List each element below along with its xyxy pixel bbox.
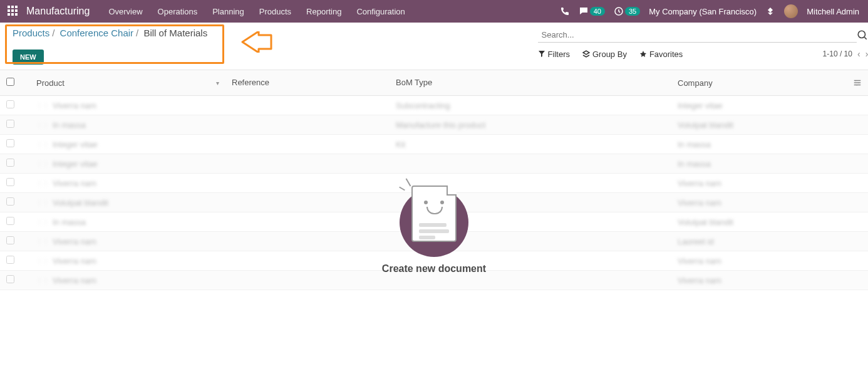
nav-configuration[interactable]: Configuration <box>349 7 412 16</box>
drag-icon[interactable]: ⋮⋮ <box>36 219 49 226</box>
pager-prev[interactable]: ‹ <box>857 49 860 59</box>
cell-company: Viverra nam <box>671 176 868 191</box>
nav-products[interactable]: Products <box>252 7 299 16</box>
table-row[interactable]: ⋮⋮Integer vitae In massa <box>0 154 868 174</box>
drag-icon[interactable]: ⋮⋮ <box>36 141 49 148</box>
cell-reference <box>225 142 390 147</box>
debug-icon[interactable] <box>765 6 775 16</box>
header-reference[interactable]: Reference <box>225 70 390 95</box>
table-row[interactable]: ⋮⋮Viverra nam Subcontracting Integer vit… <box>0 96 868 115</box>
clock-icon <box>614 6 624 16</box>
chat-icon <box>579 6 589 16</box>
nav-overview[interactable]: Overview <box>101 7 150 16</box>
chat-badge: 40 <box>590 7 605 16</box>
activities-button[interactable]: 35 <box>614 6 640 16</box>
new-button[interactable]: NEW <box>13 50 44 65</box>
download-icon <box>51 51 60 60</box>
cell-bom-type: Kit <box>390 137 671 152</box>
cell-company: Volutpat blandit <box>671 215 868 229</box>
table-row[interactable]: ⋮⋮Integer vitae Kit In massa <box>0 135 868 154</box>
apps-icon[interactable] <box>8 6 19 17</box>
cell-bom-type <box>390 278 671 283</box>
favorites-label: Favorites <box>649 50 683 59</box>
drag-icon[interactable]: ⋮⋮ <box>36 122 49 128</box>
drag-icon[interactable]: ⋮⋮ <box>36 102 49 109</box>
user-name[interactable]: Mitchell Admin <box>807 7 859 16</box>
export-button[interactable] <box>51 51 60 61</box>
cell-company: Laoreet id <box>671 234 868 249</box>
row-checkbox[interactable] <box>0 253 30 268</box>
header-checkbox[interactable] <box>0 70 30 95</box>
layers-icon <box>582 50 590 58</box>
drag-icon[interactable]: ⋮⋮ <box>36 160 49 167</box>
filters-button[interactable]: Filters <box>538 50 570 59</box>
top-navbar: Manufacturing Overview Operations Planni… <box>0 0 868 23</box>
search-icon[interactable] <box>857 29 868 41</box>
search-input[interactable] <box>538 28 857 43</box>
header-bom-type[interactable]: BoM Type <box>390 70 671 95</box>
cell-company: Viverra nam <box>671 254 868 268</box>
favorites-button[interactable]: Favorites <box>639 50 683 59</box>
filters-label: Filters <box>548 50 570 59</box>
nav-menu: Overview Operations Planning Products Re… <box>101 7 412 16</box>
cell-bom-type: Manufacture this product <box>390 118 671 132</box>
cell-company: Viverra nam <box>671 273 868 288</box>
groupby-label: Group By <box>592 50 627 59</box>
cell-reference <box>225 161 390 166</box>
funnel-icon <box>538 50 545 58</box>
row-checkbox[interactable] <box>0 156 30 171</box>
cell-company: Viverra nam <box>671 196 868 210</box>
star-icon <box>639 50 647 58</box>
cell-company: Integer vitae <box>671 98 868 113</box>
empty-state-illustration <box>396 182 472 257</box>
pager: 1-10 / 10 ‹ › <box>823 49 868 59</box>
header-product[interactable]: Product▾ <box>30 70 225 95</box>
nav-reporting[interactable]: Reporting <box>299 7 349 16</box>
table-row[interactable]: ⋮⋮In massa Manufacture this product Volu… <box>0 115 868 135</box>
row-checkbox[interactable] <box>0 98 30 113</box>
drag-icon[interactable]: ⋮⋮ <box>36 238 49 245</box>
header-company-label: Company <box>678 78 713 88</box>
breadcrumb-current: Bill of Materials <box>143 28 207 38</box>
cell-product: ⋮⋮In massa <box>30 118 225 132</box>
drag-icon[interactable]: ⋮⋮ <box>36 258 49 264</box>
row-checkbox[interactable] <box>0 273 30 288</box>
header-product-label: Product <box>36 78 65 88</box>
nav-operations[interactable]: Operations <box>150 7 205 16</box>
svg-point-1 <box>859 31 865 38</box>
breadcrumb-products[interactable]: Products <box>13 28 49 38</box>
header-company[interactable]: Company <box>671 70 868 95</box>
company-selector[interactable]: My Company (San Francisco) <box>649 7 757 16</box>
phone-icon[interactable] <box>560 6 570 16</box>
pager-next[interactable]: › <box>865 49 868 59</box>
nav-planning[interactable]: Planning <box>205 7 252 16</box>
breadcrumb: Products/ Conference Chair/ Bill of Mate… <box>13 28 207 38</box>
breadcrumb-conference-chair[interactable]: Conference Chair <box>60 28 134 38</box>
cell-product: ⋮⋮Viverra nam <box>30 98 225 113</box>
row-checkbox[interactable] <box>0 234 30 249</box>
cell-product: ⋮⋮Volutpat blandit <box>30 196 225 210</box>
cell-company: Volutpat blandit <box>671 118 868 132</box>
row-checkbox[interactable] <box>0 214 30 229</box>
cell-product: ⋮⋮Viverra nam <box>30 273 225 288</box>
cell-product: ⋮⋮Integer vitae <box>30 137 225 152</box>
row-checkbox[interactable] <box>0 175 30 191</box>
caret-down-icon: ▾ <box>216 80 219 86</box>
row-checkbox[interactable] <box>0 117 30 132</box>
cell-reference <box>225 122 390 127</box>
row-checkbox[interactable] <box>0 195 30 210</box>
cell-product: ⋮⋮In massa <box>30 215 225 229</box>
row-checkbox[interactable] <box>0 137 30 152</box>
annotation-arrow <box>240 31 272 55</box>
chat-button[interactable]: 40 <box>579 6 605 16</box>
user-avatar[interactable] <box>784 4 798 18</box>
cell-product: ⋮⋮Viverra nam <box>30 254 225 268</box>
drag-icon[interactable]: ⋮⋮ <box>36 277 49 284</box>
drag-icon[interactable]: ⋮⋮ <box>36 180 49 187</box>
drag-icon[interactable]: ⋮⋮ <box>36 199 49 206</box>
cell-reference <box>225 278 390 283</box>
column-settings-icon[interactable] <box>853 78 862 87</box>
empty-state: Create new document <box>362 182 506 274</box>
groupby-button[interactable]: Group By <box>582 50 627 59</box>
app-name[interactable]: Manufacturing <box>26 6 90 17</box>
